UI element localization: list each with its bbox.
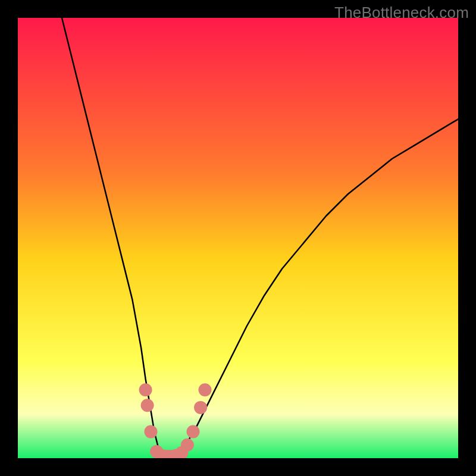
data-marker [187,425,200,439]
data-marker [139,383,152,396]
data-marker [181,439,194,452]
data-marker [194,401,207,414]
data-marker [145,425,158,439]
data-marker [199,383,212,396]
plot-area [18,18,458,458]
data-marker [141,399,154,412]
plot-svg [18,18,458,458]
chart-frame: TheBottleneck.com [0,0,476,476]
gradient-background [18,18,458,458]
